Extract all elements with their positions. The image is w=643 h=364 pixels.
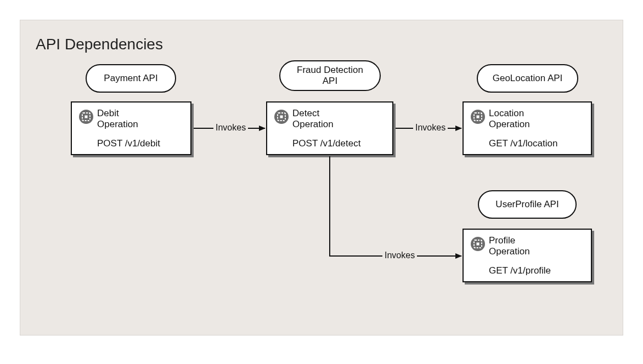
operation-icon: [470, 109, 486, 124]
operation-icon-wrap: [470, 108, 489, 147]
operation-text: DetectOperation POST /v1/detect: [292, 108, 386, 147]
operation-path: POST /v1/detect: [292, 138, 386, 149]
svg-rect-8: [477, 116, 480, 118]
api-pill-fraud: Fraud DetectionAPI: [279, 60, 381, 91]
operation-name: DetectOperation: [292, 108, 386, 130]
operation-box-geo: LocationOperation GET /v1/location: [462, 101, 592, 155]
api-label: GeoLocation API: [493, 73, 563, 84]
operation-name: LocationOperation: [489, 108, 584, 130]
operation-text: DebitOperation POST /v1/debit: [97, 108, 184, 147]
operation-icon-wrap: [274, 108, 292, 147]
api-label: UserProfile API: [495, 199, 559, 210]
diagram-title: API Dependencies: [36, 36, 163, 53]
operation-text: LocationOperation GET /v1/location: [489, 108, 584, 147]
diagram-canvas: API Dependencies Payment API DebitOperat…: [20, 20, 623, 335]
operation-icon: [78, 109, 94, 124]
api-pill-payment: Payment API: [86, 64, 176, 93]
operation-icon: [470, 236, 486, 252]
operation-path: POST /v1/debit: [97, 138, 184, 149]
api-label: Payment API: [104, 73, 157, 84]
operation-name: DebitOperation: [97, 108, 184, 130]
edge-fraud-to-profile: [330, 156, 461, 256]
api-pill-profile: UserProfile API: [478, 190, 577, 219]
edge-label-fraud-profile: Invokes: [382, 251, 417, 260]
api-label: Fraud DetectionAPI: [297, 65, 363, 87]
operation-icon-wrap: [470, 235, 489, 275]
api-pill-geo: GeoLocation API: [477, 64, 578, 93]
operation-box-fraud: DetectOperation POST /v1/detect: [266, 101, 393, 155]
operation-icon: [274, 109, 289, 124]
operation-path: GET /v1/location: [489, 138, 584, 149]
operation-box-profile: ProfileOperation GET /v1/profile: [462, 229, 592, 282]
edge-label-fraud-geo: Invokes: [413, 123, 448, 133]
svg-rect-5: [280, 116, 283, 118]
operation-path: GET /v1/profile: [489, 265, 584, 276]
svg-rect-11: [477, 243, 480, 246]
edge-label-payment-fraud: Invokes: [213, 123, 248, 133]
operation-text: ProfileOperation GET /v1/profile: [489, 235, 584, 275]
operation-box-payment: DebitOperation POST /v1/debit: [71, 101, 191, 155]
operation-icon-wrap: [78, 108, 97, 147]
operation-name: ProfileOperation: [489, 235, 584, 258]
svg-rect-2: [85, 116, 88, 118]
